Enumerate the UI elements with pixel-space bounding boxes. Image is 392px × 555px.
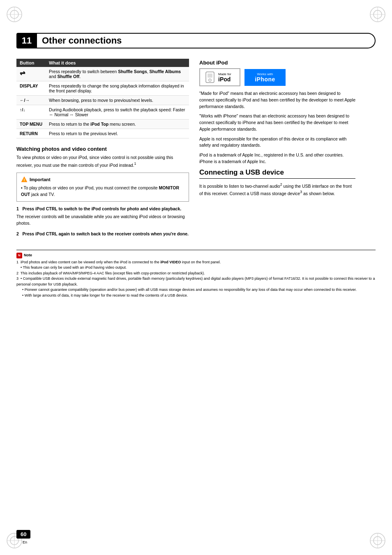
table-header-what: What it does xyxy=(46,59,189,67)
table-cell-description: When browsing, press to move to previous… xyxy=(46,96,189,105)
watching-body: To view photos or video on your iPod, si… xyxy=(16,154,189,168)
step-1-title: 1 Press iPod CTRL to switch to the iPod … xyxy=(16,206,189,212)
table-cell-description: Press repeatedly to switch between Shuff… xyxy=(46,67,189,81)
table-cell-description: Press to return to the iPod Top menu scr… xyxy=(46,120,189,129)
corner-decoration-br xyxy=(369,532,386,549)
page-number: 60 xyxy=(16,530,30,539)
table-row: RETURN Press to return to the previous l… xyxy=(16,129,189,138)
table-row: DISPLAY Press repeatedly to change the s… xyxy=(16,81,189,96)
ipod-icon xyxy=(204,71,216,83)
important-text: • To play photos or video on your iPod, … xyxy=(21,185,184,198)
table-cell-description: During Audiobook playback, press to swit… xyxy=(46,105,189,120)
about-ipod-para4: iPod is a trademark of Apple Inc., regis… xyxy=(199,152,355,165)
note-item-3b: • Pioneer cannot guarantee compatibility… xyxy=(22,287,376,293)
table-cell-description: Press to return to the previous level. xyxy=(46,129,189,138)
step-2: 2 Press iPod CTRL again to switch back t… xyxy=(16,231,189,237)
note-item-2: 2 This includes playback of WMA/MP3/MPEG… xyxy=(16,271,376,276)
right-column: About iPod Made for iPod xyxy=(199,59,355,242)
chapter-title: Other connections xyxy=(42,35,122,46)
table-cell-button: ←/→ xyxy=(16,96,46,105)
table-row: ←/→ When browsing, press to move to prev… xyxy=(16,96,189,105)
note-section: N Note 1 iPod photos and video content c… xyxy=(16,250,376,299)
table-cell-button: ↑/↓ xyxy=(16,105,46,120)
footnote-2: 2 xyxy=(280,182,282,187)
note-label: Note xyxy=(24,253,32,258)
chapter-number: 11 xyxy=(16,33,37,48)
table-cell-button: TOP MENU xyxy=(16,120,46,129)
important-box: ! Important • To play photos or video on… xyxy=(16,173,189,202)
about-ipod-logos: Made for iPod Works with iPhone xyxy=(199,68,355,86)
table-header-button: Button xyxy=(16,59,46,67)
chapter-header: 11 Other connections xyxy=(16,33,376,48)
works-with-iphone-logo: Works with iPhone xyxy=(244,69,286,86)
svg-text:!: ! xyxy=(24,178,25,182)
left-column: Button What it does ⇌ Press repeatedly t… xyxy=(16,59,189,242)
footnote-3: 3 xyxy=(300,190,302,194)
about-ipod-para3: Apple is not responsible for the operati… xyxy=(199,136,355,149)
corner-decoration-tr xyxy=(369,6,386,23)
usb-body: It is possible to listen to two-channel … xyxy=(199,182,355,197)
table-cell-description: Press repeatedly to change the song play… xyxy=(46,81,189,96)
about-ipod-heading: About iPod xyxy=(199,60,355,66)
table-cell-button: DISPLAY xyxy=(16,81,46,96)
svg-rect-20 xyxy=(208,74,212,78)
table-cell-button: ⇌ xyxy=(16,67,46,81)
step-1: 1 Press iPod CTRL to switch to the iPod … xyxy=(16,206,189,227)
content-area: Button What it does ⇌ Press repeatedly t… xyxy=(16,59,376,242)
button-table: Button What it does ⇌ Press repeatedly t… xyxy=(16,59,189,138)
important-title: ! Important xyxy=(21,176,184,183)
about-ipod-para2: "Works with iPhone" means that an electr… xyxy=(199,113,355,132)
note-item-3: 3 • Compatible USB devices include exter… xyxy=(16,276,376,287)
note-item-3c: • With large amounts of data, it may tak… xyxy=(22,293,376,299)
page-lang: En xyxy=(23,540,27,544)
note-icon: N xyxy=(16,253,22,258)
usb-heading: Connecting a USB device xyxy=(199,168,355,179)
made-for-ipod-text: Made for iPod xyxy=(218,72,231,83)
footnote-1: 1 xyxy=(134,161,136,166)
table-row: ↑/↓ During Audiobook playback, press to … xyxy=(16,105,189,120)
made-for-ipod-logo: Made for iPod xyxy=(199,68,240,86)
chapter-title-box: Other connections xyxy=(37,33,376,48)
note-item-1b: • This feature can only be used with an … xyxy=(21,265,376,271)
table-row: ⇌ Press repeatedly to switch between Shu… xyxy=(16,67,189,81)
warning-icon: ! xyxy=(21,176,28,183)
step-1-body: The receiver controls will be unavailabl… xyxy=(16,214,189,227)
about-ipod-para1: "Made for iPod" means that an electronic… xyxy=(199,90,355,110)
table-cell-button: RETURN xyxy=(16,129,46,138)
step-2-title: 2 Press iPod CTRL again to switch back t… xyxy=(16,231,189,237)
page: 11 Other connections Button What it does… xyxy=(0,0,392,555)
table-row: TOP MENU Press to return to the iPod Top… xyxy=(16,120,189,129)
important-label: Important xyxy=(30,177,51,182)
note-item-1: 1 iPod photos and video content can be v… xyxy=(16,260,376,265)
note-title: N Note xyxy=(16,253,376,258)
watching-heading: Watching photos and video content xyxy=(16,146,189,152)
corner-decoration-tl xyxy=(6,6,23,23)
